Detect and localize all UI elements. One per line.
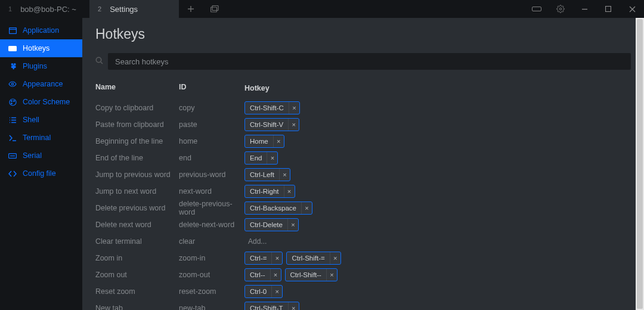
remove-hotkey-button[interactable]: × bbox=[287, 219, 298, 231]
tab-terminal[interactable]: 1 bob@bob-PC: ~ bbox=[0, 0, 89, 18]
remove-hotkey-button[interactable]: × bbox=[301, 202, 312, 214]
page-title: Hotkeys bbox=[95, 26, 631, 42]
remove-hotkey-button[interactable]: × bbox=[271, 252, 282, 264]
hotkey-name: Delete next word bbox=[95, 221, 179, 229]
sidebar-item-label: Config file bbox=[23, 169, 56, 178]
new-tab-button[interactable] bbox=[179, 0, 203, 18]
tabs-overview-button[interactable] bbox=[203, 0, 227, 18]
hotkey-chip[interactable]: Ctrl-Shift-T× bbox=[244, 302, 299, 310]
tab-index: 1 bbox=[8, 5, 12, 13]
remove-hotkey-button[interactable]: × bbox=[279, 169, 290, 181]
sidebar-item-hotkeys[interactable]: Hotkeys bbox=[0, 39, 82, 57]
settings-sidebar: Application Hotkeys Plugins Appearance C… bbox=[0, 18, 82, 310]
maximize-icon bbox=[605, 6, 611, 12]
keyboard-icon bbox=[532, 7, 541, 11]
close-button[interactable] bbox=[620, 0, 644, 18]
hotkey-chip-label: Ctrl-= bbox=[245, 255, 271, 262]
hotkey-name: Zoom out bbox=[95, 271, 179, 279]
table-row: Delete previous worddelete-previous-word… bbox=[95, 200, 631, 216]
sidebar-item-appearance[interactable]: Appearance bbox=[0, 75, 82, 93]
hotkey-chip[interactable]: Ctrl-0× bbox=[244, 285, 283, 298]
keyboard-icon bbox=[8, 46, 17, 51]
hotkey-name: Delete previous word bbox=[95, 204, 179, 212]
sidebar-item-serial[interactable]: Serial bbox=[0, 147, 82, 165]
remove-hotkey-button[interactable]: × bbox=[326, 269, 337, 281]
hotkey-chip[interactable]: Ctrl-Shift-=× bbox=[286, 252, 340, 265]
hotkey-chip[interactable]: Ctrl-Shift-C× bbox=[244, 101, 300, 114]
svg-rect-4 bbox=[606, 7, 611, 12]
svg-point-8 bbox=[10, 99, 16, 106]
remove-hotkey-button[interactable]: × bbox=[271, 286, 282, 297]
titlebar: 1 bob@bob-PC: ~ 2 Settings bbox=[0, 0, 644, 18]
hotkey-id: next-word bbox=[179, 187, 244, 196]
minimize-icon bbox=[581, 6, 588, 13]
tab-settings[interactable]: 2 Settings bbox=[89, 0, 179, 18]
hotkey-name: New tab bbox=[95, 304, 179, 310]
remove-hotkey-button[interactable]: × bbox=[288, 302, 299, 310]
svg-point-13 bbox=[96, 57, 101, 62]
column-id: ID bbox=[179, 83, 244, 94]
remove-hotkey-button[interactable]: × bbox=[330, 252, 340, 264]
svg-rect-5 bbox=[9, 27, 16, 33]
remove-hotkey-button[interactable]: × bbox=[273, 135, 284, 147]
hotkey-id: paste bbox=[179, 120, 244, 129]
hotkey-chip[interactable]: Ctrl-=× bbox=[244, 252, 283, 265]
window-scrollbar[interactable] bbox=[636, 18, 644, 310]
hotkey-chip-label: Ctrl-Shift-V bbox=[245, 121, 288, 128]
hotkey-chip-label: End bbox=[245, 154, 267, 162]
sidebar-item-terminal[interactable]: Terminal bbox=[0, 129, 82, 147]
hotkey-chip[interactable]: Ctrl-Left× bbox=[244, 168, 290, 181]
maximize-button[interactable] bbox=[596, 0, 620, 18]
remove-hotkey-button[interactable]: × bbox=[289, 102, 299, 114]
hotkey-chip[interactable]: Home× bbox=[244, 135, 284, 148]
hotkey-cell: Ctrl-Shift-V× bbox=[244, 117, 631, 132]
hotkey-id: previous-word bbox=[179, 170, 244, 179]
table-row: New tabnew-tabCtrl-Shift-T× bbox=[95, 300, 631, 310]
hotkey-name: Zoom in bbox=[95, 254, 179, 262]
close-icon bbox=[629, 6, 636, 13]
remove-hotkey-button[interactable]: × bbox=[284, 185, 295, 197]
window-icon bbox=[8, 27, 17, 34]
hotkey-chip[interactable]: Ctrl-Right× bbox=[244, 185, 295, 198]
sidebar-item-plugins[interactable]: Plugins bbox=[0, 57, 82, 75]
remove-hotkey-button[interactable]: × bbox=[270, 269, 281, 281]
sidebar-item-label: Application bbox=[23, 26, 59, 35]
sidebar-item-shell[interactable]: Shell bbox=[0, 111, 82, 129]
table-row: Beginning of the linehomeHome× bbox=[95, 133, 631, 150]
scrollbar-thumb[interactable] bbox=[637, 19, 643, 309]
minimize-button[interactable] bbox=[572, 0, 596, 18]
keyboard-button[interactable] bbox=[525, 0, 549, 18]
hotkey-id: end bbox=[179, 154, 244, 162]
sidebar-item-label: Plugins bbox=[23, 62, 47, 70]
hotkey-chip[interactable]: End× bbox=[244, 151, 278, 165]
hotkey-name: End of the line bbox=[95, 154, 179, 162]
eye-icon bbox=[8, 81, 17, 87]
hotkey-chip[interactable]: Ctrl--× bbox=[244, 268, 281, 281]
table-row: Jump to next wordnext-wordCtrl-Right× bbox=[95, 183, 631, 200]
sidebar-item-application[interactable]: Application bbox=[0, 21, 82, 39]
remove-hotkey-button[interactable]: × bbox=[288, 119, 299, 131]
hotkey-cell: End× bbox=[244, 150, 631, 166]
search-input[interactable] bbox=[108, 53, 631, 70]
table-row: Copy to clipboardcopyCtrl-Shift-C× bbox=[95, 100, 631, 116]
table-row: Zoom inzoom-inCtrl-=×Ctrl-Shift-=× bbox=[95, 250, 631, 266]
prompt-icon bbox=[8, 135, 17, 141]
tab-label: Settings bbox=[110, 5, 138, 14]
tab-label: bob@bob-PC: ~ bbox=[20, 5, 76, 14]
hotkey-chip[interactable]: Ctrl-Backspace× bbox=[244, 202, 312, 215]
hotkey-chip[interactable]: Ctrl-Shift--× bbox=[285, 268, 338, 281]
hotkey-chip-label: Home bbox=[245, 138, 273, 145]
sidebar-item-color-scheme[interactable]: Color Scheme bbox=[0, 93, 82, 111]
hotkey-chip[interactable]: Ctrl-Shift-V× bbox=[244, 118, 299, 131]
palette-icon bbox=[8, 98, 17, 106]
hotkey-chip-label: Ctrl-Shift-- bbox=[286, 271, 326, 278]
sidebar-item-config-file[interactable]: Config file bbox=[0, 165, 82, 182]
hotkey-chip[interactable]: Ctrl-Delete× bbox=[244, 218, 299, 231]
remove-hotkey-button[interactable]: × bbox=[267, 152, 277, 164]
hotkey-cell: Ctrl-Right× bbox=[244, 184, 631, 199]
svg-rect-2 bbox=[532, 7, 541, 11]
settings-button[interactable] bbox=[549, 0, 572, 18]
add-hotkey-button[interactable]: Add... bbox=[244, 237, 267, 246]
hotkey-chip-label: Ctrl-Backspace bbox=[245, 204, 301, 212]
hotkey-id: copy bbox=[179, 104, 244, 112]
